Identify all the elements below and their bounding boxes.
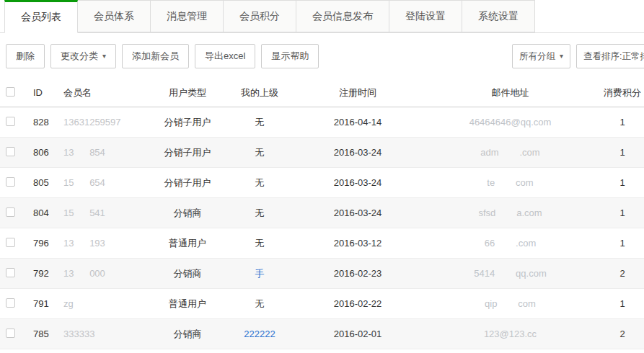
member-email: 46464646@qq.com (420, 117, 601, 128)
button-label: 查看排序:正常排序 (583, 50, 644, 63)
row-checkbox[interactable] (6, 298, 15, 308)
member-name: 15 654 (63, 177, 151, 188)
consume-points: 2 (601, 268, 644, 279)
register-date: 2016-02-22 (296, 298, 420, 309)
all-groups-dropdown[interactable]: 所有分组▾ (512, 44, 570, 68)
consume-points: 1 (601, 207, 644, 218)
button-label: 导出excel (205, 50, 245, 63)
member-name: zg (63, 298, 151, 309)
sort-order-button[interactable]: 查看排序:正常排序 (576, 44, 644, 68)
member-email: 123@123.cc (420, 329, 601, 339)
caret-down-icon: ▾ (560, 53, 563, 60)
row-checkbox-cell (0, 117, 26, 128)
button-label: 添加新会员 (132, 50, 179, 63)
toolbar: 删除更改分类▾添加新会员导出excel显示帮助 所有分组▾查看排序:正常排序 (0, 33, 644, 79)
member-upline: 222222 (224, 329, 296, 339)
member-email: qip com (420, 298, 601, 309)
member-type: 分销商 (151, 328, 224, 341)
member-type: 分销子用户 (151, 146, 224, 159)
table-header: ID会员名用户类型我的上级注册时间邮件地址消费积分 (0, 79, 644, 107)
toolbar-right-group: 所有分组▾查看排序:正常排序 (512, 44, 644, 68)
register-date: 2016-04-14 (296, 117, 420, 128)
member-upline: 无 (224, 116, 296, 129)
member-upline: 无 (224, 176, 296, 189)
member-name: 13631259597 (63, 117, 151, 128)
member-id: 785 (26, 329, 63, 339)
column-header: 我的上级 (224, 86, 296, 99)
row-checkbox[interactable] (6, 268, 15, 277)
row-checkbox[interactable] (6, 147, 15, 156)
row-checkbox[interactable] (6, 177, 15, 187)
row-checkbox-cell (0, 177, 26, 189)
member-email: te com (420, 177, 601, 188)
member-upline: 无 (224, 207, 296, 220)
member-name: 15 541 (63, 207, 151, 218)
upline-link[interactable]: 222222 (244, 329, 275, 339)
table-row: 796 13 193 普通用户 无 2016-03-12 66 .com 1 (0, 228, 644, 259)
register-date: 2016-03-12 (296, 238, 420, 249)
member-email: 66 .com (420, 238, 601, 249)
upline-link[interactable]: 手 (255, 268, 265, 279)
register-date: 2016-02-01 (296, 329, 420, 339)
table-row: 792 13 000 分销商 手 2016-02-23 5414 qq.com … (0, 259, 644, 289)
row-checkbox-cell (0, 329, 26, 340)
show-help-button[interactable]: 显示帮助 (261, 44, 319, 68)
export-excel-button[interactable]: 导出excel (195, 44, 255, 68)
tab-item[interactable]: 会员体系 (77, 0, 151, 32)
register-date: 2016-03-24 (296, 177, 420, 188)
tab-item[interactable]: 会员信息发布 (296, 0, 389, 32)
add-member-button[interactable]: 添加新会员 (122, 44, 189, 68)
member-name: 13 193 (63, 238, 151, 249)
toolbar-left-group: 删除更改分类▾添加新会员导出excel显示帮助 (6, 44, 325, 79)
member-upline: 无 (224, 237, 296, 250)
member-id: 806 (26, 147, 63, 158)
member-type: 分销子用户 (151, 176, 224, 189)
tab-item[interactable]: 会员积分 (223, 0, 296, 32)
member-id: 792 (26, 268, 63, 279)
row-checkbox-cell (0, 298, 26, 310)
delete-button[interactable]: 删除 (6, 44, 45, 68)
consume-points: 1 (601, 117, 644, 128)
consume-points: 1 (601, 238, 644, 249)
tab-item[interactable]: 消息管理 (150, 0, 224, 32)
consume-points: 1 (601, 147, 644, 158)
column-header: 用户类型 (151, 86, 224, 99)
table-row: 828 13631259597 分销子用户 无 2016-04-14 46464… (0, 107, 644, 138)
member-email: 5414 qq.com (420, 268, 601, 279)
button-label: 更改分类 (61, 50, 98, 63)
column-header: 会员名 (63, 86, 151, 99)
row-checkbox-cell (0, 147, 26, 158)
row-checkbox[interactable] (6, 207, 15, 217)
row-checkbox-cell (0, 238, 26, 249)
button-label: 所有分组 (519, 50, 555, 63)
register-date: 2016-03-24 (296, 207, 420, 218)
row-checkbox-cell (0, 207, 26, 219)
consume-points: 2 (601, 329, 644, 339)
row-checkbox[interactable] (6, 238, 15, 247)
button-label: 删除 (16, 50, 35, 63)
table-body: 828 13631259597 分销子用户 无 2016-04-14 46464… (0, 107, 644, 349)
row-checkbox[interactable] (6, 329, 15, 338)
member-type: 分销商 (151, 207, 224, 220)
consume-points: 1 (601, 177, 644, 188)
row-checkbox[interactable] (6, 117, 15, 126)
table-row: 804 15 541 分销商 无 2016-03-24 sfsd a.com 1 (0, 198, 644, 228)
tab-item[interactable]: 登陆设置 (389, 0, 462, 32)
member-id: 796 (26, 238, 63, 249)
row-checkbox-cell (0, 268, 26, 280)
change-category-dropdown[interactable]: 更改分类▾ (50, 44, 116, 68)
member-type: 普通用户 (151, 298, 224, 310)
select-all-checkbox[interactable] (6, 87, 15, 97)
table-row: 806 13 854 分销子用户 无 2016-03-24 adm .com 1 (0, 138, 644, 168)
member-upline: 手 (224, 267, 296, 280)
table-row: 805 15 654 分销子用户 无 2016-03-24 te com 1 (0, 168, 644, 198)
button-label: 显示帮助 (271, 50, 309, 63)
tab-item[interactable]: 会员列表 (4, 0, 78, 33)
member-id: 828 (26, 117, 63, 128)
tab-item[interactable]: 系统设置 (462, 0, 535, 32)
member-email: adm .com (420, 147, 601, 158)
member-upline: 无 (224, 298, 296, 310)
member-type: 分销商 (151, 267, 224, 280)
member-id: 804 (26, 207, 63, 218)
member-email: sfsd a.com (420, 207, 601, 218)
